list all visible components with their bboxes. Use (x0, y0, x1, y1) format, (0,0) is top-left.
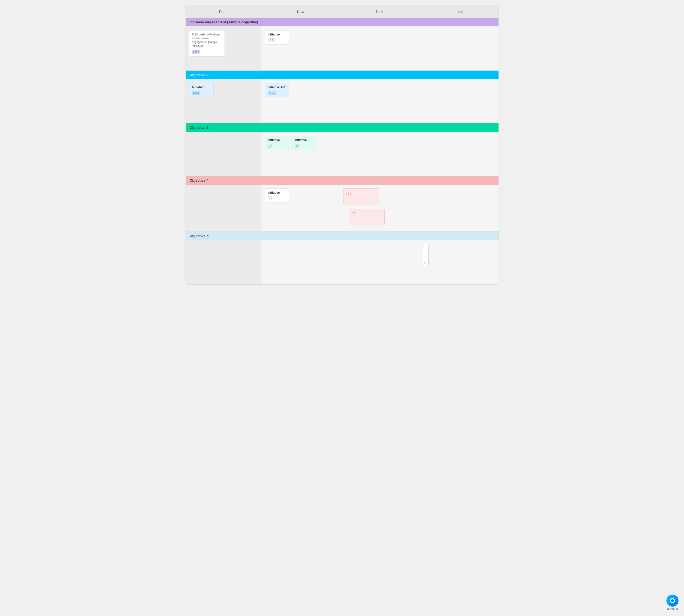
lane-later-1 (419, 26, 499, 70)
lane-done-4 (186, 185, 261, 232)
lane-done-1: Build push notifications for added user … (186, 26, 261, 70)
card-obj4-next-2[interactable]: 1 (349, 209, 385, 225)
objective-label-5[interactable]: Objective 5 (186, 232, 499, 240)
badge-is1: IS 1 (268, 38, 275, 42)
objective-content-5: 5 (186, 240, 499, 284)
header-next: Next (340, 6, 419, 18)
badge-sr3: SR 3 (192, 91, 200, 95)
badge-4-next: 4 (347, 192, 351, 196)
lane-next-4: 4 1 (340, 185, 419, 232)
lane-done-2: Initiative SR 3 (186, 79, 261, 123)
lane-done-5 (186, 240, 261, 284)
card-obj3-now-2[interactable]: Initiative 3 (292, 136, 316, 150)
badge-5: 5 (424, 262, 425, 265)
lane-now-5 (261, 240, 340, 284)
board-header: Done Now Next Later (186, 6, 499, 18)
lane-now-2: Initiative AR AR 1 (261, 79, 340, 123)
objective-row-3: Objective 3 Initiative 2 Initiative 3 (186, 123, 499, 176)
card-obj4-next-1[interactable]: 4 (344, 189, 379, 205)
lane-now-3: Initiative 2 Initiative 3 (261, 132, 340, 176)
badge-2: 2 (268, 144, 272, 148)
card-obj3-now-1[interactable]: Initiative 2 (265, 136, 289, 150)
objective-content-2: Initiative SR 3 Initiative AR AR 1 (186, 79, 499, 123)
objective-row-5: Objective 5 5 (186, 232, 499, 284)
card-obj1-done-1[interactable]: Build push notifications for added user … (189, 30, 225, 57)
objective-label-4[interactable]: Objective 4 (186, 176, 499, 185)
badge-1-next: 1 (352, 213, 356, 216)
lane-later-2 (419, 79, 499, 123)
objective-label-2[interactable]: Objective 2 (186, 71, 499, 79)
header-now: Now (261, 6, 340, 18)
objective-label-1[interactable]: Increase engagement (sample objective) (186, 18, 499, 26)
lane-next-5 (340, 240, 419, 284)
objective-row-1: Increase engagement (sample objective) B… (186, 18, 499, 71)
badge-ar1: AR 1 (268, 91, 276, 95)
objective-content-4: Initiative 4 4 1 (186, 185, 499, 232)
objective-row-2: Objective 2 Initiative SR 3 Initiative A… (186, 71, 499, 123)
badge-3: 3 (294, 144, 299, 148)
roadmap-board: Done Now Next Later Increase engagement … (185, 5, 499, 285)
lane-later-3 (419, 132, 499, 176)
lane-now-4: Initiative 4 (261, 185, 340, 232)
card-obj2-now-1[interactable]: Initiative AR AR 1 (265, 83, 289, 97)
badge-mp1: MP 1 (192, 50, 201, 54)
lane-next-3 (340, 132, 419, 176)
badge-4-now: 4 (268, 196, 272, 200)
lane-now-1: Initiative IS 1 (261, 26, 340, 70)
objective-row-4: Objective 4 Initiative 4 4 1 (186, 176, 499, 232)
header-later: Later (419, 6, 499, 18)
objective-label-3[interactable]: Objective 3 (186, 123, 499, 132)
card-obj2-done-1[interactable]: Initiative SR 3 (189, 83, 214, 97)
lane-next-2 (340, 79, 419, 123)
lane-next-1 (340, 26, 419, 70)
lane-done-3 (186, 132, 261, 176)
lane-later-5: 5 (419, 240, 499, 284)
objective-content-3: Initiative 2 Initiative 3 (186, 132, 499, 176)
objective-content-1: Build push notifications for added user … (186, 26, 499, 71)
card-obj1-now-1[interactable]: Initiative IS 1 (265, 30, 289, 45)
card-obj4-now-1[interactable]: Initiative 4 (265, 189, 289, 203)
card-obj5-later-1[interactable]: 5 (423, 244, 429, 266)
header-done: Done (186, 6, 261, 18)
lane-later-4 (419, 185, 499, 232)
